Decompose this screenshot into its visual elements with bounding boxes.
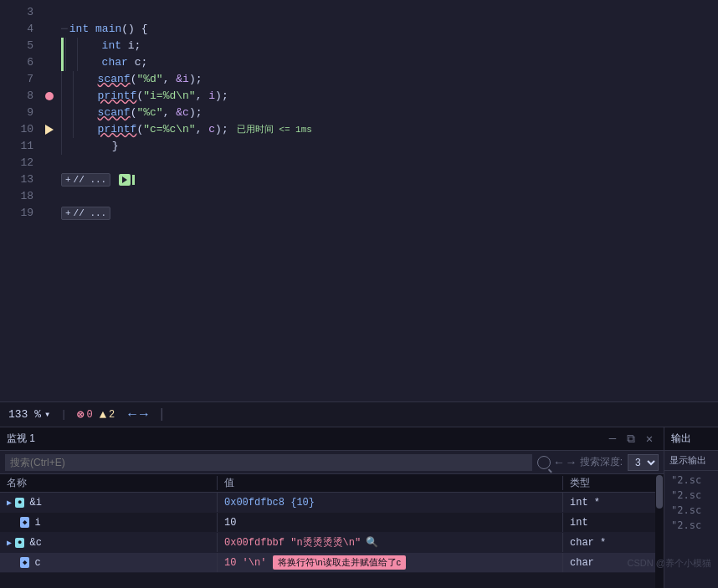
play-button[interactable] bbox=[119, 174, 131, 186]
warning-count: 2 bbox=[109, 409, 115, 421]
value-text-addr-c: 0x00fdfbbf "n烫烫烫烫\n" bbox=[224, 535, 361, 550]
watch-name-c: ◆ c bbox=[0, 553, 218, 572]
expand-arrow-addr-c[interactable]: ▶ bbox=[7, 538, 12, 548]
watch-search-bar: ← → 搜索深度: 3 1 2 4 5 bbox=[0, 451, 664, 474]
warning-badge: ▲ 2 bbox=[100, 408, 115, 422]
expand-arrow-addr-i[interactable]: ▶ bbox=[7, 498, 12, 508]
line-4: 4 bbox=[0, 21, 33, 38]
pin-button[interactable]: ─ bbox=[605, 432, 620, 447]
printf-call-c: printf bbox=[98, 121, 137, 138]
watch-value-addr-c: 0x00fdfbbf "n烫烫烫烫\n" 🔍 bbox=[218, 533, 563, 552]
search-input[interactable] bbox=[5, 454, 532, 471]
close-button[interactable]: ✕ bbox=[642, 432, 657, 447]
indent-9 bbox=[61, 105, 73, 121]
play-bar bbox=[132, 175, 135, 185]
fold-minus-icon[interactable]: ─ bbox=[61, 21, 68, 38]
code-lines: ─ int main () { int i; bbox=[57, 0, 718, 401]
indent-5 bbox=[61, 71, 73, 88]
scanf-call-c: scanf bbox=[98, 105, 131, 121]
show-output-label: 显示输出 bbox=[664, 451, 718, 471]
output-line-2: "2.sc bbox=[671, 489, 711, 504]
type-text-addr-i: int * bbox=[570, 497, 600, 509]
watch-row-c: ◆ c 10 '\n' 将换行符\n读取走并赋值给了c char bbox=[0, 553, 664, 573]
search-icon[interactable] bbox=[537, 456, 551, 469]
output-line-1: "2.sc bbox=[671, 474, 711, 489]
line-13: 13 bbox=[0, 171, 33, 188]
code-line-19: + // ... bbox=[61, 205, 718, 222]
keyword-char: char bbox=[102, 54, 128, 71]
line-9: 9 bbox=[0, 105, 33, 121]
scanf-format-d: "%d" bbox=[136, 71, 162, 88]
code-line-5: int i; bbox=[61, 38, 718, 54]
line-10: 10 bbox=[0, 121, 33, 138]
line-3: 3 bbox=[0, 4, 33, 21]
code-line-8: printf ( "i=%d\n" , i ); bbox=[61, 88, 718, 105]
value-text-addr-i: 0x00fdfbc8 {10} bbox=[224, 497, 315, 509]
bp-5 bbox=[42, 38, 57, 54]
editor-area: 3 4 5 6 7 8 9 10 11 12 13 18 19 bbox=[0, 0, 718, 401]
error-icon: ⊗ bbox=[77, 407, 84, 422]
line-8: 8 bbox=[0, 88, 33, 105]
watch-name-i: ◆ i bbox=[0, 513, 218, 532]
bp-10[interactable] bbox=[42, 121, 57, 138]
code-line-4: ─ int main () { bbox=[61, 21, 718, 38]
fold-marker-13[interactable]: + // ... bbox=[61, 173, 110, 187]
code-line-13: + // ... bbox=[61, 171, 718, 188]
var-name-addr-i: &i bbox=[29, 497, 41, 509]
watch-name-addr-i: ▶ ● &i bbox=[0, 493, 218, 512]
watch-table-header: 名称 值 类型 bbox=[0, 474, 664, 493]
output-line-4: "2.sc bbox=[671, 519, 711, 534]
nav-forward-button[interactable]: → bbox=[140, 407, 148, 422]
indent-11 bbox=[61, 121, 73, 138]
line-19: 19 bbox=[0, 205, 33, 222]
search-next-button[interactable]: → bbox=[567, 456, 574, 469]
watch-value-i: 10 bbox=[218, 513, 563, 532]
float-button[interactable]: ⧉ bbox=[623, 432, 639, 447]
watch-panel-header: 监视 1 ─ ⧉ ✕ bbox=[0, 427, 664, 451]
var-name-i: i bbox=[34, 517, 40, 529]
indent-7 bbox=[61, 88, 73, 105]
modified-indicator-6 bbox=[61, 54, 64, 71]
code-line-11: } bbox=[61, 138, 718, 155]
bp-8[interactable] bbox=[42, 88, 57, 105]
var-icon-i: ◆ bbox=[20, 517, 29, 528]
scrollbar-thumb[interactable] bbox=[656, 475, 663, 509]
watch-panel-title: 监视 1 bbox=[7, 432, 35, 446]
indent-13 bbox=[61, 138, 73, 155]
line-7: 7 bbox=[0, 71, 33, 88]
zoom-dropdown-icon[interactable]: ▾ bbox=[44, 408, 50, 421]
line-5: 5 bbox=[0, 38, 33, 54]
watch-value-addr-i: 0x00fdfbc8 {10} bbox=[218, 493, 563, 512]
search-prev-button[interactable]: ← bbox=[556, 456, 562, 469]
fold-marker-19[interactable]: + // ... bbox=[61, 207, 110, 220]
status-bar: 133 % ▾ | ⊗ 0 ▲ 2 ← → | bbox=[0, 401, 718, 427]
ptr-icon-addr-i: ● bbox=[15, 498, 24, 508]
indent-12 bbox=[73, 121, 85, 138]
printf-format-c: "c=%c\n" bbox=[143, 121, 195, 138]
bp-19 bbox=[42, 205, 57, 222]
type-text-i: int bbox=[570, 517, 588, 529]
indent-2 bbox=[77, 38, 89, 54]
bp-4 bbox=[42, 21, 57, 38]
bp-3 bbox=[42, 4, 57, 21]
watch-panel-controls: ─ ⧉ ✕ bbox=[605, 432, 657, 447]
scanf-call-d: scanf bbox=[98, 71, 131, 88]
output-line-3: "2.sc bbox=[671, 504, 711, 519]
nav-arrows: ← → bbox=[128, 407, 147, 422]
watch-panel: 监视 1 ─ ⧉ ✕ ← → 搜索深度: 3 1 2 4 5 bbox=[0, 427, 718, 588]
indent-8 bbox=[73, 88, 85, 105]
bp-6 bbox=[42, 54, 57, 71]
watermark: CSDN @养个小模猫 bbox=[628, 557, 711, 570]
col-header-type: 类型 bbox=[563, 476, 664, 490]
nav-back-button[interactable]: ← bbox=[128, 407, 136, 422]
type-text-addr-c: char * bbox=[570, 537, 606, 549]
bp-13 bbox=[42, 171, 57, 188]
search-value-icon[interactable]: 🔍 bbox=[366, 536, 378, 549]
fn-main: main bbox=[95, 21, 121, 38]
value-text-c: 10 '\n' bbox=[224, 557, 266, 569]
var-name-c: c bbox=[34, 557, 40, 569]
watch-name-addr-c: ▶ ● &c bbox=[0, 533, 218, 552]
watch-type-addr-c: char * bbox=[563, 533, 664, 552]
search-depth-select[interactable]: 3 1 2 4 5 bbox=[628, 454, 659, 471]
watch-value-c: 10 '\n' 将换行符\n读取走并赋值给了c bbox=[218, 553, 563, 572]
